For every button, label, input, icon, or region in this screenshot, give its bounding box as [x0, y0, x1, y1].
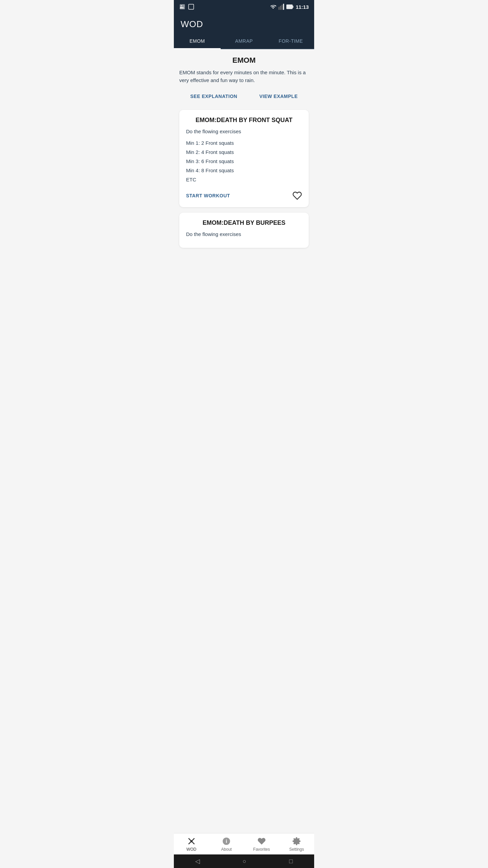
emom-description: EMOM stands for every minutes on the min… — [179, 69, 309, 84]
svg-rect-2 — [189, 4, 194, 9]
tab-emom[interactable]: EMOM — [174, 34, 221, 48]
tab-for-time[interactable]: FOR-TIME — [267, 34, 314, 48]
nav-settings-label: Settings — [289, 847, 304, 849]
status-bar: 11:13 — [174, 0, 314, 14]
signal-icon — [278, 4, 284, 10]
workout-card-1-exercises: Min 1: 2 Front squats Min 2: 4 Front squ… — [186, 138, 302, 184]
nav-settings[interactable]: Settings — [279, 833, 314, 849]
workout-card-2: EMOM:DEATH BY BURPEES Do the flowing exe… — [179, 213, 309, 248]
nav-wod[interactable]: WOD — [174, 833, 209, 849]
tab-amrap[interactable]: AMRAP — [221, 34, 267, 48]
emom-title: EMOM — [179, 56, 309, 65]
workout-card-1-title: EMOM:DEATH BY FRONT SQUAT — [186, 117, 302, 124]
bottom-nav: WOD i About Favorites Settings — [174, 833, 314, 849]
nav-favorites[interactable]: Favorites — [244, 833, 279, 849]
image-icon — [179, 4, 185, 10]
svg-point-1 — [181, 5, 182, 6]
svg-text:i: i — [226, 838, 227, 844]
action-buttons: SEE EXPLANATION VIEW EXAMPLE — [179, 91, 309, 102]
info-nav-icon: i — [222, 837, 231, 846]
workout-card-2-title: EMOM:DEATH BY BURPEES — [186, 219, 302, 226]
app-header: WOD — [174, 14, 314, 34]
favorite-button-1[interactable] — [292, 191, 302, 200]
nav-about-label: About — [221, 847, 232, 849]
tab-bar: EMOM AMRAP FOR-TIME — [174, 34, 314, 49]
battery-icon — [286, 4, 294, 9]
wifi-icon — [270, 4, 276, 10]
workout-card-1: EMOM:DEATH BY FRONT SQUAT Do the flowing… — [179, 110, 309, 207]
status-bar-left — [179, 4, 194, 10]
nav-wod-label: WOD — [186, 847, 196, 849]
start-workout-button-1[interactable]: START WORKOUT — [186, 193, 230, 198]
nav-favorites-label: Favorites — [253, 847, 270, 849]
svg-rect-0 — [180, 4, 185, 9]
svg-point-11 — [190, 840, 193, 843]
status-bar-right: 11:13 — [270, 4, 309, 10]
status-time: 11:13 — [296, 4, 309, 10]
svg-rect-6 — [283, 4, 284, 10]
svg-rect-7 — [286, 5, 292, 9]
wod-nav-icon — [187, 837, 196, 846]
workout-card-1-footer: START WORKOUT — [186, 191, 302, 200]
svg-rect-5 — [281, 5, 282, 10]
see-explanation-button[interactable]: SEE EXPLANATION — [185, 91, 243, 102]
emom-section-header: EMOM — [179, 56, 309, 65]
square-icon — [188, 4, 194, 10]
workout-card-2-subtitle: Do the flowing exercises — [186, 231, 302, 237]
svg-rect-8 — [292, 6, 293, 8]
workout-card-1-subtitle: Do the flowing exercises — [186, 129, 302, 134]
svg-rect-4 — [280, 6, 281, 10]
svg-rect-3 — [278, 7, 279, 10]
gear-nav-icon — [292, 837, 301, 846]
nav-about[interactable]: i About — [209, 833, 244, 849]
heart-nav-icon — [257, 837, 266, 846]
app-title: WOD — [181, 19, 307, 29]
view-example-button[interactable]: VIEW EXAMPLE — [254, 91, 303, 102]
main-content: EMOM EMOM stands for every minutes on th… — [174, 49, 314, 849]
